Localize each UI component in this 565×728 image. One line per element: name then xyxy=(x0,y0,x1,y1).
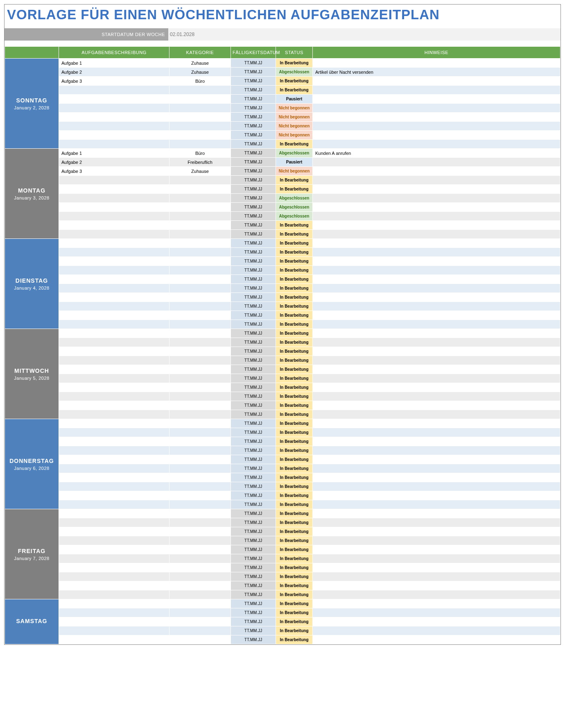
task-category[interactable] xyxy=(170,293,231,302)
task-description[interactable] xyxy=(59,140,170,149)
task-due[interactable]: TT.MM.JJ xyxy=(231,320,276,329)
task-due[interactable]: TT.MM.JJ xyxy=(231,437,276,446)
task-category[interactable]: Zuhause xyxy=(170,167,231,176)
task-notes[interactable] xyxy=(313,338,560,347)
task-category[interactable] xyxy=(170,365,231,374)
task-notes[interactable] xyxy=(313,329,560,338)
task-description[interactable] xyxy=(59,257,170,266)
task-status[interactable]: Nicht begonnen xyxy=(276,122,313,131)
task-status[interactable]: In Bearbeitung xyxy=(276,284,313,293)
task-category[interactable] xyxy=(170,464,231,473)
task-description[interactable] xyxy=(59,554,170,563)
task-category[interactable] xyxy=(170,563,231,572)
task-due[interactable]: TT.MM.JJ xyxy=(231,392,276,401)
task-description[interactable] xyxy=(59,320,170,329)
task-description[interactable] xyxy=(59,338,170,347)
task-status[interactable]: In Bearbeitung xyxy=(276,140,313,149)
task-due[interactable]: TT.MM.JJ xyxy=(231,311,276,320)
task-due[interactable]: TT.MM.JJ xyxy=(231,617,276,626)
task-status[interactable]: In Bearbeitung xyxy=(276,545,313,554)
task-status[interactable]: In Bearbeitung xyxy=(276,77,313,86)
task-due[interactable]: TT.MM.JJ xyxy=(231,239,276,248)
task-description[interactable] xyxy=(59,536,170,545)
task-status[interactable]: In Bearbeitung xyxy=(276,590,313,599)
task-notes[interactable] xyxy=(313,401,560,410)
task-due[interactable]: TT.MM.JJ xyxy=(231,419,276,428)
task-description[interactable] xyxy=(59,392,170,401)
task-status[interactable]: In Bearbeitung xyxy=(276,257,313,266)
task-status[interactable]: In Bearbeitung xyxy=(276,428,313,437)
task-category[interactable] xyxy=(170,626,231,635)
task-description[interactable] xyxy=(59,599,170,608)
task-status[interactable]: In Bearbeitung xyxy=(276,230,313,239)
task-description[interactable] xyxy=(59,302,170,311)
task-status[interactable]: In Bearbeitung xyxy=(276,383,313,392)
task-notes[interactable] xyxy=(313,221,560,230)
task-notes[interactable] xyxy=(313,428,560,437)
task-category[interactable] xyxy=(170,86,231,95)
task-description[interactable] xyxy=(59,356,170,365)
task-status[interactable]: In Bearbeitung xyxy=(276,347,313,356)
task-description[interactable] xyxy=(59,581,170,590)
task-status[interactable]: In Bearbeitung xyxy=(276,365,313,374)
task-status[interactable]: In Bearbeitung xyxy=(276,392,313,401)
task-description[interactable] xyxy=(59,608,170,617)
task-description[interactable] xyxy=(59,185,170,194)
task-notes[interactable] xyxy=(313,284,560,293)
task-due[interactable]: TT.MM.JJ xyxy=(231,518,276,527)
task-description[interactable] xyxy=(59,203,170,212)
task-category[interactable] xyxy=(170,230,231,239)
task-description[interactable] xyxy=(59,500,170,509)
task-description[interactable] xyxy=(59,311,170,320)
task-status[interactable]: In Bearbeitung xyxy=(276,599,313,608)
task-notes[interactable] xyxy=(313,257,560,266)
task-notes[interactable] xyxy=(313,500,560,509)
task-category[interactable] xyxy=(170,383,231,392)
task-due[interactable]: TT.MM.JJ xyxy=(231,536,276,545)
task-status[interactable]: Abgeschlossen xyxy=(276,194,313,203)
task-description[interactable]: Aufgabe 1 xyxy=(59,59,170,68)
task-description[interactable] xyxy=(59,284,170,293)
task-notes[interactable] xyxy=(313,581,560,590)
task-category[interactable]: Freiberuflich xyxy=(170,158,231,167)
task-status[interactable]: In Bearbeitung xyxy=(276,293,313,302)
task-category[interactable] xyxy=(170,482,231,491)
task-due[interactable]: TT.MM.JJ xyxy=(231,59,276,68)
task-due[interactable]: TT.MM.JJ xyxy=(231,401,276,410)
task-due[interactable]: TT.MM.JJ xyxy=(231,275,276,284)
task-description[interactable] xyxy=(59,122,170,131)
task-status[interactable]: In Bearbeitung xyxy=(276,518,313,527)
task-category[interactable] xyxy=(170,590,231,599)
task-category[interactable] xyxy=(170,113,231,122)
task-due[interactable]: TT.MM.JJ xyxy=(231,167,276,176)
task-category[interactable] xyxy=(170,374,231,383)
task-status[interactable]: In Bearbeitung xyxy=(276,275,313,284)
task-due[interactable]: TT.MM.JJ xyxy=(231,473,276,482)
task-category[interactable] xyxy=(170,212,231,221)
task-due[interactable]: TT.MM.JJ xyxy=(231,131,276,140)
task-notes[interactable] xyxy=(313,230,560,239)
task-category[interactable] xyxy=(170,437,231,446)
task-due[interactable]: TT.MM.JJ xyxy=(231,581,276,590)
task-category[interactable] xyxy=(170,311,231,320)
task-status[interactable]: In Bearbeitung xyxy=(276,482,313,491)
task-category[interactable] xyxy=(170,95,231,104)
task-category[interactable] xyxy=(170,284,231,293)
task-description[interactable] xyxy=(59,626,170,635)
task-category[interactable] xyxy=(170,248,231,257)
task-notes[interactable] xyxy=(313,347,560,356)
task-category[interactable] xyxy=(170,329,231,338)
task-description[interactable] xyxy=(59,473,170,482)
task-category[interactable] xyxy=(170,266,231,275)
task-category[interactable]: Zuhause xyxy=(170,68,231,77)
task-status[interactable]: In Bearbeitung xyxy=(276,338,313,347)
task-category[interactable] xyxy=(170,122,231,131)
task-status[interactable]: Nicht begonnen xyxy=(276,131,313,140)
task-category[interactable] xyxy=(170,392,231,401)
task-notes[interactable] xyxy=(313,464,560,473)
task-due[interactable]: TT.MM.JJ xyxy=(231,149,276,158)
task-category[interactable] xyxy=(170,140,231,149)
task-due[interactable]: TT.MM.JJ xyxy=(231,176,276,185)
task-due[interactable]: TT.MM.JJ xyxy=(231,374,276,383)
task-due[interactable]: TT.MM.JJ xyxy=(231,221,276,230)
